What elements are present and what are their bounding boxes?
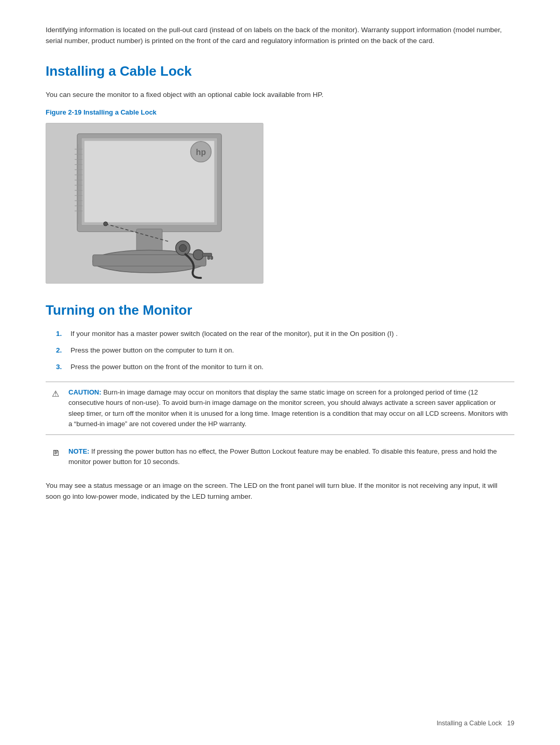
figure-label-rest: Installing a Cable Lock [81,108,156,116]
note-body: If pressing the power button has no effe… [68,447,497,466]
caution-box: ⚠ CAUTION: Burn-in image damage may occu… [46,382,514,435]
section1-heading: Installing a Cable Lock [46,61,514,81]
note-label: NOTE: [68,447,89,455]
step-2-num: 2. [56,345,65,356]
svg-rect-28 [202,253,212,256]
svg-rect-29 [207,256,209,259]
step-1-text: If your monitor has a master power switc… [71,329,398,339]
note-text-container: NOTE: If pressing the power button has n… [68,446,508,467]
step-2-text: Press the power button on the computer t… [71,345,234,356]
closing-paragraph: You may see a status message or an image… [46,481,514,502]
figure-container: hp [46,123,514,284]
intro-paragraph: Identifying information is located on th… [46,25,514,47]
section1-desc: You can secure the monitor to a fixed ob… [46,90,514,100]
section2-heading: Turning on the Monitor [46,300,514,320]
svg-rect-30 [211,256,213,259]
cable-lock-image: hp [46,123,263,284]
page-footer: Installing a Cable Lock 19 [437,719,514,728]
note-icon: 🖹 [52,447,63,459]
svg-point-26 [179,244,187,251]
footer-page-num: 19 [507,720,514,727]
step-3-num: 3. [56,362,65,372]
step-3: 3. Press the power button on the front o… [46,362,514,372]
caution-label: CAUTION: [68,388,102,396]
figure-label-bold: Figure 2-19 [46,108,81,116]
svg-point-24 [104,221,108,226]
step-3-text: Press the power button on the front of t… [71,362,263,372]
step-1: 1. If your monitor has a master power sw… [46,329,514,339]
figure-label: Figure 2-19 Installing a Cable Lock [46,107,514,118]
steps-list: 1. If your monitor has a master power sw… [46,329,514,373]
note-box: 🖹 NOTE: If pressing the power button has… [46,442,514,471]
step-1-num: 1. [56,329,65,339]
caution-text: CAUTION: Burn-in image damage may occur … [68,387,508,429]
step-2: 2. Press the power button on the compute… [46,345,514,356]
caution-body-text: Burn-in image damage may occur on monito… [68,388,508,427]
svg-point-27 [193,249,204,260]
svg-text:hp: hp [196,147,206,156]
section2: Turning on the Monitor 1. If your monito… [46,300,514,502]
page: Identifying information is located on th… [0,0,560,745]
caution-icon: ⚠ [52,388,63,401]
footer-text: Installing a Cable Lock [437,720,502,727]
